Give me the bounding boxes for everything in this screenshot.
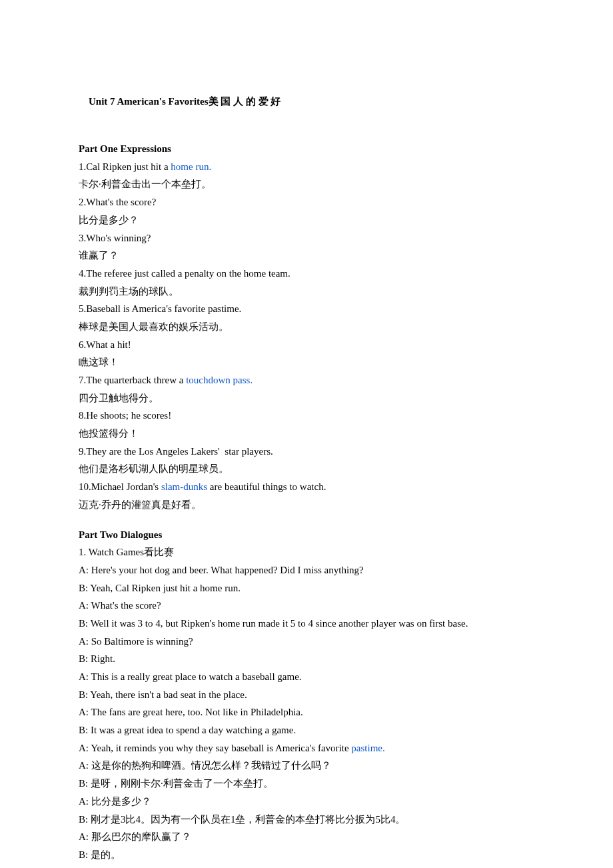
expr-line: 谁赢了？ [79,247,534,265]
expr-line: 瞧这球！ [79,353,534,371]
expr-line: 4.The referee just called a penalty on t… [79,265,534,283]
dialog-line: B: It was a great idea to spend a day wa… [79,721,534,739]
unit-title: Unit 7 American's Favorites美 国 人 的 爱 好 [79,75,534,128]
dialog-line: B: Yeah, there isn't a bad seat in the p… [79,686,534,704]
link-slam-dunks[interactable]: slam-dunks [161,481,207,492]
dialog-line: A: This is a really great place to watch… [79,668,534,686]
title-en: Unit 7 American's Favorites [89,96,209,107]
dialog-line: A: 这是你的热狗和啤酒。情况怎么样？我错过了什么吗？ [79,757,534,775]
text: are beautiful things to watch. [207,481,326,492]
expr-line: 他们是洛杉矶湖人队的明星球员。 [79,460,534,478]
dialog-line: A: Yeah, it reminds you why they say bas… [79,739,534,757]
title-cn: 美 国 人 的 爱 好 [209,96,281,107]
expr-line: 迈克·乔丹的灌篮真是好看。 [79,496,534,514]
expr-line: 7.The quarterback threw a touchdown pass… [79,371,534,389]
part-one-heading: Part One Expressions [79,140,534,158]
expr-line: 6.What a hit! [79,336,534,354]
dialog-line: B: 是呀，刚刚卡尔·利普金击了一个本垒打。 [79,775,534,793]
text: 1.Cal Ripken just hit a [79,161,171,172]
expr-line: 5.Baseball is America's favorite pastime… [79,300,534,318]
expr-line: 2.What's the score? [79,193,534,211]
dialog-line: A: The fans are great here, too. Not lik… [79,703,534,721]
text: 10.Michael Jordan's [79,481,161,492]
link-home-run[interactable]: home run. [171,161,211,172]
expr-line: 比分是多少？ [79,211,534,229]
dialog-line: A: So Baltimore is winning? [79,633,534,651]
dialog-line: A: 那么巴尔的摩队赢了？ [79,828,534,846]
dialog-line: A: 比分是多少？ [79,793,534,811]
expressions-block: 1.Cal Ripken just hit a home run. 卡尔·利普金… [79,158,534,514]
dialog-line: B: 是的。 [79,846,534,864]
text: 7.The quarterback threw a [79,375,186,385]
expr-line: 9.They are the Los Angeles Lakers' star … [79,443,534,461]
expr-line: 他投篮得分！ [79,425,534,443]
text: A: Yeah, it reminds you why they say bas… [79,743,351,753]
dialog-line: B: Well it was 3 to 4, but Ripken's home… [79,615,534,633]
dialog-line: A: What's the score? [79,597,534,615]
link-pastime[interactable]: pastime. [351,743,384,753]
expr-line: 四分卫触地得分。 [79,389,534,407]
dialogues-block: 1. Watch Games看比赛 A: Here's your hot dog… [79,543,534,863]
expr-line: 裁判判罚主场的球队。 [79,283,534,301]
part-two-heading: Part Two Dialogues [79,526,534,544]
dialog-line: 1. Watch Games看比赛 [79,543,534,561]
link-touchdown-pass[interactable]: touchdown pass. [186,375,253,385]
dialog-line: B: 刚才是3比4。因为有一个队员在1垒，利普金的本垒打将比分扳为5比4。 [79,811,534,829]
expr-line: 8.He shoots; he scores! [79,407,534,425]
expr-line: 3.Who's winning? [79,229,534,247]
expr-line: 10.Michael Jordan's slam-dunks are beaut… [79,478,534,496]
dialog-line: B: Yeah, Cal Ripken just hit a home run. [79,579,534,597]
dialog-line: B: Right. [79,650,534,668]
expr-line: 1.Cal Ripken just hit a home run. [79,158,534,176]
expr-line: 棒球是美国人最喜欢的娱乐活动。 [79,318,534,336]
dialog-line: A: Here's your hot dog and beer. What ha… [79,561,534,579]
document-page: Unit 7 American's Favorites美 国 人 的 爱 好 P… [0,0,613,868]
expr-line: 卡尔·利普金击出一个本垒打。 [79,175,534,193]
